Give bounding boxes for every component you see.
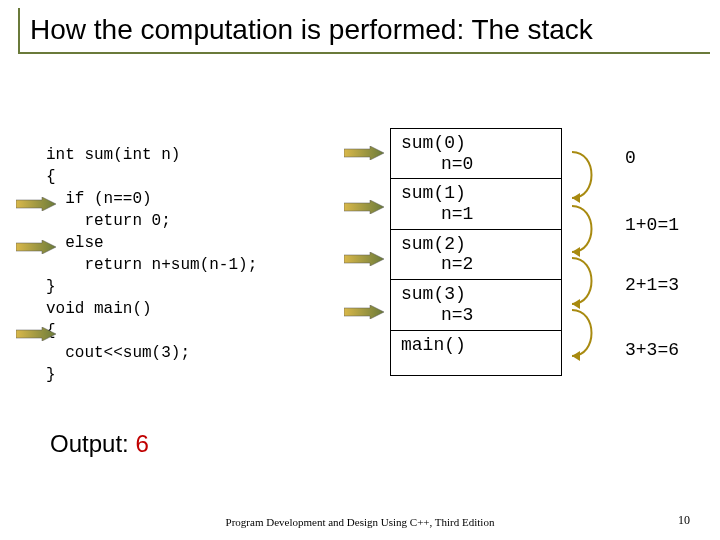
return-value: 0	[625, 148, 636, 168]
svg-marker-2	[16, 327, 56, 341]
frame-call: main()	[401, 335, 555, 356]
svg-marker-4	[344, 200, 384, 214]
call-stack: sum(0) n=0 sum(1) n=1 sum(2) n=2 sum(3) …	[390, 128, 562, 376]
svg-marker-5	[344, 252, 384, 266]
stack-frame: sum(1) n=1	[391, 179, 561, 229]
code-listing: int sum(int n) { if (n==0) return 0; els…	[46, 144, 257, 386]
footer-text: Program Development and Design Using C++…	[0, 516, 720, 528]
output-label: Output:	[50, 430, 135, 457]
stack-frame: sum(3) n=3	[391, 280, 561, 330]
stack-frame: main()	[391, 331, 561, 376]
svg-marker-0	[16, 197, 56, 211]
arrow-icon	[16, 240, 56, 254]
stack-frame: sum(0) n=0	[391, 129, 561, 179]
frame-local: n=0	[401, 154, 555, 175]
stack-frame: sum(2) n=2	[391, 230, 561, 280]
arrow-icon	[344, 305, 384, 319]
frame-local: n=1	[401, 204, 555, 225]
return-arrow-icon	[568, 308, 604, 358]
arrow-icon	[344, 200, 384, 214]
frame-local: n=3	[401, 305, 555, 326]
return-arrow-icon	[568, 204, 604, 254]
frame-call: sum(2)	[401, 234, 555, 255]
slide: How the computation is performed: The st…	[0, 0, 720, 540]
output-value: 6	[135, 430, 148, 457]
frame-call: sum(3)	[401, 284, 555, 305]
arrow-icon	[344, 146, 384, 160]
frame-local: n=2	[401, 254, 555, 275]
svg-marker-7	[572, 193, 580, 203]
arrow-icon	[344, 252, 384, 266]
return-value: 1+0=1	[625, 215, 679, 235]
frame-call: sum(1)	[401, 183, 555, 204]
slide-title: How the computation is performed: The st…	[18, 8, 710, 54]
svg-marker-6	[344, 305, 384, 319]
svg-marker-10	[572, 351, 580, 361]
svg-marker-3	[344, 146, 384, 160]
output-line: Output: 6	[50, 430, 149, 458]
svg-marker-1	[16, 240, 56, 254]
return-arrow-icon	[568, 150, 604, 200]
return-arrow-icon	[568, 256, 604, 306]
frame-call: sum(0)	[401, 133, 555, 154]
return-value: 3+3=6	[625, 340, 679, 360]
arrow-icon	[16, 197, 56, 211]
return-value: 2+1=3	[625, 275, 679, 295]
page-number: 10	[678, 513, 690, 528]
arrow-icon	[16, 327, 56, 341]
